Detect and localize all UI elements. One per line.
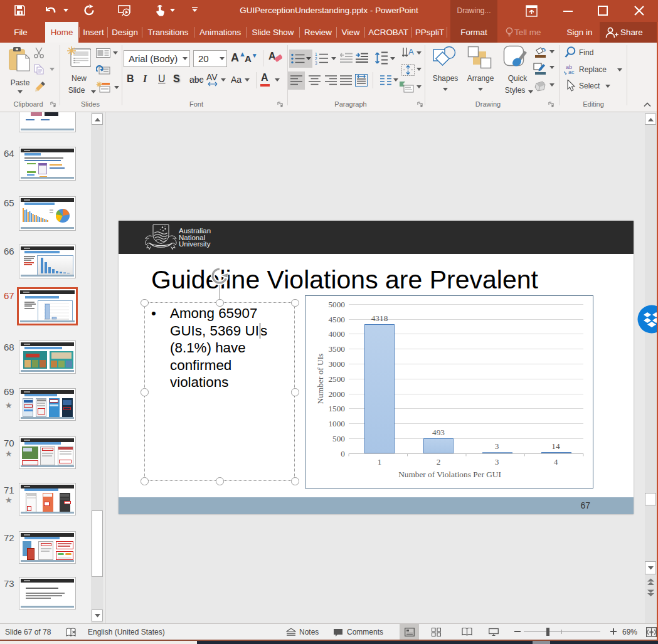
svg-text:3: 3 <box>315 61 317 65</box>
svg-text:1500: 1500 <box>328 404 345 413</box>
svg-text:3: 3 <box>495 441 499 451</box>
svg-text:ac: ac <box>568 69 575 75</box>
svg-text:0: 0 <box>341 449 345 458</box>
svg-text:A: A <box>408 48 414 56</box>
svg-text:493: 493 <box>432 428 445 437</box>
svg-text:3: 3 <box>495 457 499 467</box>
svg-text:2: 2 <box>315 56 317 61</box>
svg-text:500: 500 <box>332 434 345 443</box>
svg-text:Number of Violations Per GUI: Number of Violations Per GUI <box>398 470 501 479</box>
svg-text:4: 4 <box>554 457 558 467</box>
svg-text:3000: 3000 <box>328 359 345 369</box>
svg-text:2: 2 <box>437 457 441 467</box>
svg-text:4318: 4318 <box>371 314 388 323</box>
svg-text:4500: 4500 <box>328 315 345 324</box>
svg-text:14: 14 <box>551 441 560 451</box>
svg-text:1: 1 <box>378 457 382 467</box>
svg-text:1000: 1000 <box>328 419 345 428</box>
svg-text:Number of UIs: Number of UIs <box>316 354 325 404</box>
svg-text:5000: 5000 <box>328 300 345 309</box>
svg-text:1: 1 <box>315 52 317 56</box>
svg-text:2500: 2500 <box>328 374 345 384</box>
svg-text:2000: 2000 <box>328 389 345 399</box>
svg-text:3500: 3500 <box>328 344 345 354</box>
svg-text:4000: 4000 <box>328 329 345 339</box>
